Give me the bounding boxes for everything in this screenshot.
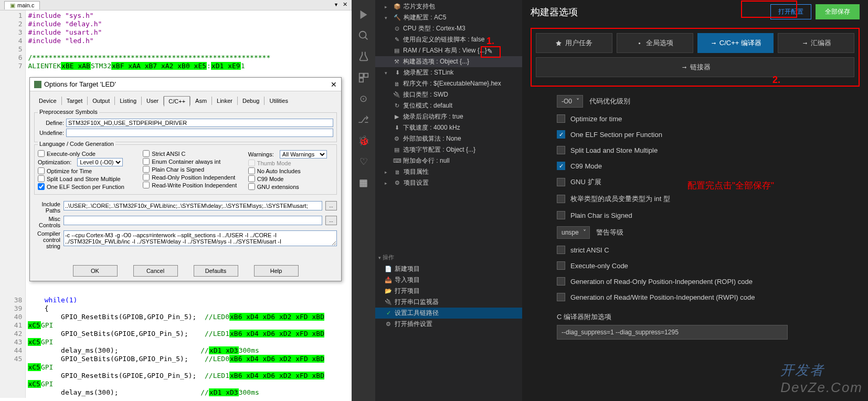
tab-target[interactable]: Target — [62, 96, 88, 106]
c99-mode-checkbox[interactable] — [248, 175, 255, 182]
tree-extra-cmd[interactable]: ⌨附加命令行 : null — [375, 155, 522, 166]
annotation-2: 2. — [772, 75, 780, 86]
gnu-extensions-checkbox[interactable] — [248, 183, 255, 190]
branch-icon[interactable]: ⎇ — [352, 109, 375, 130]
op-open-project[interactable]: 📂打开项目 — [375, 286, 522, 297]
tab-listing[interactable]: Listing — [115, 96, 141, 106]
tree-program-file[interactable]: 🗎程序文件 : ${ExecutableName}.hex — [375, 78, 522, 89]
cortex-icon[interactable]: ⊙ — [352, 88, 375, 109]
define-label: Define: — [38, 120, 64, 126]
svg-point-4 — [639, 42, 640, 44]
op-open-plugin[interactable]: ⚙打开插件设置 — [375, 319, 522, 330]
help-button[interactable]: Help — [254, 265, 299, 277]
one-elf-checkbox[interactable] — [38, 183, 45, 190]
rw-position-checkbox[interactable] — [143, 182, 150, 188]
warnings-select[interactable]: All Warnings — [280, 150, 327, 159]
optimization-label: Optimization: — [38, 159, 71, 165]
chip-icon[interactable]: ▦ — [352, 172, 375, 193]
undefine-label: Undefine: — [38, 130, 64, 136]
ok-button[interactable]: OK — [73, 265, 118, 277]
tree-option-bytes[interactable]: ▤选项字节配置 : Object {...} — [375, 144, 522, 155]
execute-only-checkbox[interactable] — [38, 150, 45, 157]
browse-include-button[interactable]: ... — [325, 201, 337, 210]
tree-chip-support[interactable]: ▸📦芯片支持包 — [375, 1, 522, 12]
c99-mode-checkbox[interactable] — [557, 162, 565, 170]
tab-debug[interactable]: Debug — [238, 96, 264, 106]
tab-filename: main.c — [17, 2, 34, 8]
plain-char-checkbox[interactable] — [557, 211, 565, 219]
enum-int-checkbox[interactable] — [557, 195, 565, 203]
save-all-button[interactable]: 全部保存 — [816, 4, 860, 19]
tree-cpu-type[interactable]: ⊙CPU 类型 : Cortex-M3 — [375, 23, 522, 34]
run-icon[interactable] — [352, 4, 375, 25]
browse-misc-button[interactable]: ... — [325, 216, 337, 225]
tab-device[interactable]: Device — [34, 96, 61, 106]
extensions-icon[interactable] — [352, 67, 375, 88]
undefine-input[interactable] — [66, 129, 333, 137]
tab-utilities[interactable]: Utilities — [264, 96, 292, 106]
rwpi-checkbox[interactable] — [557, 293, 565, 301]
plain-char-checkbox[interactable] — [143, 166, 150, 173]
optimize-time-checkbox[interactable] — [557, 114, 565, 123]
close-icon[interactable]: ✕ — [331, 80, 337, 89]
op-new-project[interactable]: 📄新建项目 — [375, 263, 522, 275]
tab-c-cpp-compiler[interactable]: C/C++ 编译器 — [697, 33, 774, 53]
tab-linker[interactable]: 链接器 — [536, 57, 854, 77]
tab-dropdown-icon[interactable]: ▼ — [334, 2, 338, 7]
heart-icon[interactable]: ♡ — [352, 151, 375, 172]
tab-asm[interactable]: Asm — [190, 96, 211, 106]
pencil-icon[interactable]: ✎ — [482, 47, 493, 55]
strict-ansi-checkbox[interactable] — [557, 246, 565, 254]
op-set-toolchain[interactable]: ✓设置工具链路径 — [375, 308, 522, 319]
tree-custom-script[interactable]: ✎使用自定义的链接脚本 : false — [375, 34, 522, 45]
file-tab-main-c[interactable]: ▣ main.c — [4, 1, 40, 9]
enum-container-checkbox[interactable] — [143, 158, 150, 165]
tree-reset-mode[interactable]: ↻复位模式 : default — [375, 100, 522, 111]
debug-icon[interactable]: 🐞 — [352, 130, 375, 151]
tree-download-speed[interactable]: ⬇下载速度 : 4000 kHz — [375, 122, 522, 133]
tree-interface-type[interactable]: 🔌接口类型 : SWD — [375, 89, 522, 100]
include-paths-input[interactable] — [63, 201, 322, 210]
tab-linker[interactable]: Linker — [212, 96, 237, 106]
tab-assembler[interactable]: 汇编器 — [778, 33, 854, 53]
optimization-select[interactable]: Level 0 (-O0) — [77, 158, 123, 166]
gnu-ext-checkbox[interactable] — [557, 178, 565, 186]
tree-build-config[interactable]: ▾🔨构建配置 : AC5 — [375, 12, 522, 23]
tab-global-options[interactable]: 全局选项 — [617, 33, 693, 53]
one-elf-checkbox[interactable] — [557, 130, 565, 139]
test-icon[interactable] — [352, 46, 375, 67]
tab-user[interactable]: User — [142, 96, 163, 106]
tree-builder-options[interactable]: ⚒构建器选项 : Object {...} — [375, 56, 522, 67]
tab-output[interactable]: Output — [88, 96, 114, 106]
ropi-checkbox[interactable] — [557, 277, 565, 286]
ro-position-checkbox[interactable] — [143, 174, 150, 181]
split-load-checkbox[interactable] — [38, 175, 45, 182]
extra-options-input[interactable] — [557, 325, 788, 340]
ops-header: ▾ 操作 — [375, 251, 522, 263]
define-input[interactable] — [66, 119, 333, 127]
optimize-time-checkbox[interactable] — [38, 167, 45, 174]
watermark: 开发者DevZe.Com — [780, 361, 863, 396]
tree-project-settings[interactable]: ▸⚙项目设置 — [375, 177, 522, 188]
tree-ext-algo[interactable]: ⚙外部加载算法 : None — [375, 133, 522, 144]
tree-launch-app[interactable]: ▶烧录后启动程序 : true — [375, 111, 522, 122]
no-auto-includes-checkbox[interactable] — [248, 167, 255, 174]
tab-c-cpp[interactable]: C/C++ — [164, 96, 190, 107]
execute-only-checkbox[interactable] — [557, 261, 565, 270]
tree-project-attr[interactable]: ▸🗎项目属性 — [375, 166, 522, 177]
cancel-button[interactable]: Cancel — [133, 265, 178, 277]
file-icon: ▣ — [10, 2, 15, 9]
optimization-level-select[interactable]: -O0 ˅ — [557, 95, 583, 108]
op-open-serial[interactable]: 🔌打开串口监视器 — [375, 297, 522, 308]
split-load-checkbox[interactable] — [557, 146, 565, 154]
strict-ansi-checkbox[interactable] — [143, 150, 150, 157]
tree-flash-config[interactable]: ▾⬇烧录配置 : STLink — [375, 67, 522, 78]
misc-controls-input[interactable] — [63, 216, 322, 225]
warning-level-select[interactable]: unspe ˅ — [557, 226, 590, 239]
tab-user-tasks[interactable]: 用户任务 — [536, 33, 612, 53]
close-tab-icon[interactable]: ✕ — [343, 1, 347, 8]
defaults-button[interactable]: Defaults — [194, 265, 238, 277]
vscode-panel: ⊙ ⎇ 🐞 ♡ ▦ ▸📦芯片支持包 ▾🔨构建配置 : AC5 ⊙CPU 类型 :… — [352, 0, 868, 401]
op-import-project[interactable]: 📥导入项目 — [375, 275, 522, 286]
search-icon[interactable] — [352, 25, 375, 46]
